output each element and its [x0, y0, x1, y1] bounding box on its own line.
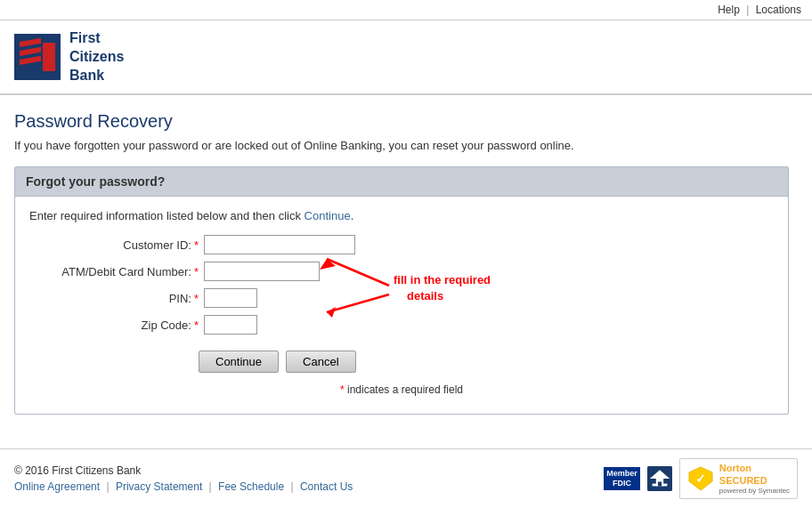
site-footer: © 2016 First Citizens Bank Online Agreem… — [0, 448, 812, 507]
pin-label: PIN:* — [47, 292, 199, 305]
atm-required: * — [194, 265, 199, 278]
logo: First Citizens Bank — [14, 29, 124, 85]
locations-link[interactable]: Locations — [756, 4, 801, 16]
required-note-text: indicates a required field — [347, 383, 463, 396]
form-instruction: Enter required information listed below … — [29, 209, 774, 222]
top-navigation: Help | Locations — [0, 0, 812, 20]
bank-name: First Citizens Bank — [69, 29, 124, 85]
norton-text-area: Norton SECURED powered by Symantec — [719, 463, 790, 494]
form-box-body: Enter required information listed below … — [15, 197, 788, 414]
pin-row: PIN:* — [47, 288, 774, 308]
footer-right: MemberFDIC ✓ Norton SECURED powered b — [604, 458, 798, 498]
page-title: Password Recovery — [14, 111, 798, 132]
form-box-header: Forgot your password? — [15, 167, 788, 197]
svg-text:✓: ✓ — [695, 472, 706, 486]
norton-shield-icon: ✓ — [687, 465, 714, 492]
footer-left: © 2016 First Citizens Bank Online Agreem… — [14, 464, 353, 493]
footer-links: Online Agreement | Privacy Statement | F… — [14, 480, 353, 493]
pin-required: * — [194, 292, 199, 305]
atm-card-row: ATM/Debit Card Number:* — [47, 262, 774, 281]
footer-link-fee[interactable]: Fee Schedule — [218, 480, 284, 493]
required-star-note: * — [340, 383, 345, 396]
atm-label: ATM/Debit Card Number:* — [47, 265, 199, 278]
footer-divider-1: | — [106, 480, 109, 493]
atm-card-input[interactable] — [204, 262, 320, 281]
customer-id-label: Customer ID:* — [47, 238, 199, 252]
footer-divider-3: | — [290, 480, 293, 493]
pin-input[interactable] — [204, 288, 257, 308]
svg-rect-16 — [662, 484, 668, 487]
required-note: * indicates a required field — [29, 383, 774, 396]
customer-id-input[interactable] — [204, 235, 355, 254]
svg-rect-15 — [652, 484, 657, 487]
norton-secured: SECURED — [719, 475, 790, 487]
zip-code-row: Zip Code:* — [47, 315, 774, 335]
fdic-box: MemberFDIC — [604, 467, 640, 490]
fdic-badge: MemberFDIC — [604, 467, 640, 490]
customer-id-row: Customer ID:* — [47, 235, 774, 254]
nav-divider: | — [746, 4, 749, 16]
continue-button[interactable]: Continue — [199, 351, 279, 373]
norton-label: Norton — [719, 463, 790, 474]
svg-rect-14 — [658, 482, 662, 487]
zip-code-input[interactable] — [204, 315, 257, 335]
footer-link-privacy[interactable]: Privacy Statement — [116, 480, 202, 493]
customer-id-required: * — [194, 238, 199, 252]
continue-link-word: Continue — [304, 209, 351, 222]
main-content: Password Recovery If you have forgotten … — [0, 95, 812, 431]
form-fields: Customer ID:* ATM/Debit Card Number:* PI… — [47, 235, 774, 335]
zip-label: Zip Code:* — [47, 319, 199, 332]
password-recovery-form-box: Forgot your password? Enter required inf… — [14, 166, 789, 415]
help-link[interactable]: Help — [718, 4, 740, 16]
zip-required: * — [194, 319, 199, 332]
form-buttons: Continue Cancel — [199, 351, 774, 373]
bank-logo-icon — [14, 34, 61, 80]
norton-badge: ✓ Norton SECURED powered by Symantec — [679, 458, 798, 498]
norton-checkmark-area: ✓ — [687, 465, 714, 492]
norton-powered: powered by Symantec — [719, 487, 790, 495]
footer-divider-2: | — [209, 480, 212, 493]
footer-link-contact[interactable]: Contact Us — [300, 480, 353, 493]
fdic-logo: MemberFDIC — [604, 467, 640, 490]
footer-copyright: © 2016 First Citizens Bank — [14, 464, 353, 477]
page-subtitle: If you have forgotten your password or a… — [14, 139, 798, 152]
footer-link-online-agreement[interactable]: Online Agreement — [14, 480, 100, 493]
site-header: First Citizens Bank — [0, 20, 812, 95]
cancel-button[interactable]: Cancel — [286, 351, 355, 373]
equal-housing-icon — [647, 466, 672, 491]
svg-rect-4 — [43, 43, 55, 71]
